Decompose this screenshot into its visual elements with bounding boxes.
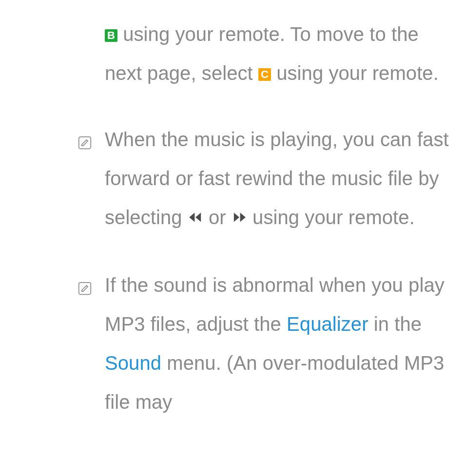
note-pencil-icon xyxy=(78,136,92,150)
document-page: B using your remote. To move to the next… xyxy=(0,0,465,421)
rewind-icon xyxy=(188,198,203,237)
paragraph-2-text-b: or xyxy=(203,207,232,228)
fast-forward-icon xyxy=(232,198,247,237)
equalizer-link[interactable]: Equalizer xyxy=(287,313,368,335)
paragraph-2-text-c: using your remote. xyxy=(247,207,415,228)
note-pencil-icon xyxy=(78,282,92,295)
paragraph-2: When the music is playing, you can fast … xyxy=(76,120,453,238)
keycap-c-icon: C xyxy=(258,68,271,81)
paragraph-3-text-b: in the xyxy=(368,313,422,335)
paragraph-3: If the sound is abnormal when you play M… xyxy=(76,266,453,421)
paragraph-1: B using your remote. To move to the next… xyxy=(76,15,453,93)
keycap-b-icon: B xyxy=(105,29,117,42)
sound-link[interactable]: Sound xyxy=(105,352,161,374)
svg-rect-0 xyxy=(79,137,91,149)
paragraph-1-text-b: using your remote. xyxy=(271,62,439,84)
svg-rect-1 xyxy=(79,283,91,295)
